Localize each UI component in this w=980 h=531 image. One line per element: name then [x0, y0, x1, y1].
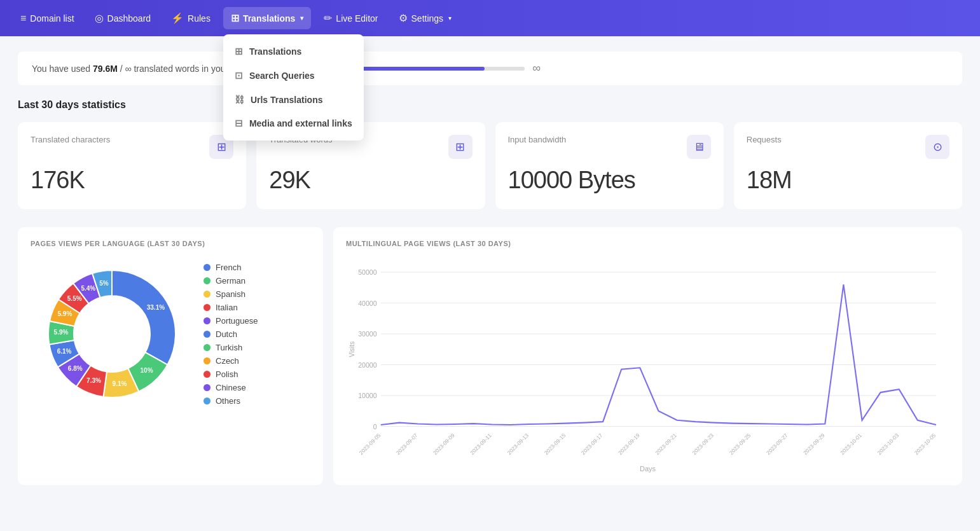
translated-words-icon: ⊞	[455, 140, 465, 154]
stat-translated-chars-label: Translated characters	[31, 135, 110, 144]
nav-rules[interactable]: ⚡ Rules	[163, 7, 218, 29]
nav-domain-list-label: Domain list	[30, 13, 74, 24]
stat-requests-icon-box: ⊙	[925, 135, 949, 159]
svg-text:2023-10-05: 2023-10-05	[913, 432, 937, 456]
svg-text:33.1%: 33.1%	[147, 304, 165, 311]
translations-arrow-icon: ▾	[300, 15, 303, 22]
line-chart-title: MULTILINGUAL PAGE VIEWS (LAST 30 DAYS)	[346, 240, 949, 247]
legend-label: Italian	[216, 303, 238, 312]
nav-live-editor[interactable]: ✏ Live Editor	[316, 7, 385, 29]
svg-text:2023-09-23: 2023-09-23	[691, 432, 715, 456]
requests-icon: ⊙	[933, 140, 942, 154]
nav-settings-label: Settings	[411, 13, 444, 24]
line-chart-container: 01000020000300004000050000Visits2023-09-…	[346, 258, 949, 472]
legend-label: Spanish	[216, 289, 245, 299]
svg-text:7.3%: 7.3%	[86, 377, 101, 384]
nav-settings[interactable]: ⚙ Settings ▾	[391, 7, 460, 29]
legend-label: French	[216, 263, 241, 272]
svg-text:2023-10-03: 2023-10-03	[876, 432, 901, 456]
svg-text:6.8%: 6.8%	[68, 365, 83, 372]
legend-label: Polish	[216, 369, 238, 379]
translated-chars-icon: ⊞	[217, 140, 226, 154]
stats-section-title: Last 30 days statistics	[18, 99, 962, 111]
svg-text:0: 0	[373, 423, 377, 431]
svg-text:5.5%: 5.5%	[67, 295, 82, 302]
stat-requests-value: 18M	[747, 167, 949, 194]
legend-label: Turkish	[216, 343, 242, 352]
legend-dot	[204, 331, 210, 338]
donut-svg: 33.1%10%9.1%7.3%6.8%6.1%5.9%5.9%5.5%5.4%…	[36, 258, 188, 410]
dropdown-translations[interactable]: ⊞ Translations	[223, 39, 364, 64]
plan-separator: /	[120, 64, 123, 74]
legend-item: German	[204, 276, 258, 286]
plan-text: You have used 79.6M / ∞ translated words…	[32, 64, 250, 74]
svg-text:Visits: Visits	[348, 341, 355, 357]
legend-item: French	[204, 263, 258, 272]
stat-input-bandwidth-icon-box: 🖥	[687, 135, 711, 159]
nav-dashboard[interactable]: ◎ Dashboard	[87, 7, 159, 29]
legend-dot	[204, 277, 210, 284]
legend-item: Italian	[204, 303, 258, 312]
stat-translated-words-icon-box: ⊞	[448, 135, 473, 159]
dropdown-urls-translations-label: Urls Translations	[251, 95, 323, 105]
svg-text:2023-09-21: 2023-09-21	[654, 432, 678, 456]
stat-requests-label: Requests	[747, 135, 782, 144]
nav-domain-list[interactable]: ≡ Domain list	[13, 8, 82, 29]
charts-row: PAGES VIEWS PER LANGUAGE (LAST 30 DAYS) …	[18, 227, 962, 485]
donut-container: 33.1%10%9.1%7.3%6.8%6.1%5.9%5.9%5.5%5.4%…	[31, 258, 310, 410]
dropdown-search-queries[interactable]: ⊡ Search Queries	[223, 64, 364, 88]
svg-text:5%: 5%	[99, 280, 109, 287]
legend-dot	[204, 397, 210, 404]
svg-text:2023-09-27: 2023-09-27	[765, 432, 789, 456]
donut-svg-wrap: 33.1%10%9.1%7.3%6.8%6.1%5.9%5.9%5.5%5.4%…	[36, 258, 188, 410]
nav-live-editor-label: Live Editor	[336, 13, 378, 24]
svg-text:5.9%: 5.9%	[54, 329, 69, 336]
dropdown-urls-translations[interactable]: ⛓ Urls Translations	[223, 88, 364, 111]
dropdown-translations-icon: ⊞	[235, 46, 243, 57]
nav-translations[interactable]: ⊞ Translations ▾ ⊞ Translations ⊡ Search…	[223, 7, 311, 29]
svg-text:2023-09-05: 2023-09-05	[358, 432, 382, 456]
legend-item: Dutch	[204, 329, 258, 339]
legend-item: Spanish	[204, 289, 258, 299]
stat-card-requests-header: Requests ⊙	[747, 135, 949, 159]
stat-card-requests: Requests ⊙ 18M	[734, 122, 962, 209]
plan-infinity-icon: ∞	[532, 62, 541, 75]
settings-icon: ⚙	[399, 12, 408, 24]
line-chart-svg: 01000020000300004000050000Visits2023-09-…	[346, 258, 949, 461]
legend-label: Dutch	[216, 329, 237, 339]
svg-text:2023-09-11: 2023-09-11	[469, 432, 493, 456]
plan-text-before: You have used	[32, 64, 90, 74]
legend-label: Chinese	[216, 383, 246, 392]
rules-icon: ⚡	[171, 12, 184, 24]
svg-text:5.4%: 5.4%	[81, 285, 95, 292]
dashboard-icon: ◎	[95, 12, 104, 24]
legend-dot	[204, 344, 210, 351]
svg-text:40000: 40000	[358, 300, 376, 307]
svg-text:2023-09-07: 2023-09-07	[395, 432, 419, 456]
legend-item: Portuguese	[204, 316, 258, 326]
plan-bar: You have used 79.6M / ∞ translated words…	[18, 52, 962, 85]
svg-text:6.1%: 6.1%	[57, 348, 72, 355]
stat-card-translated-chars-header: Translated characters ⊞	[31, 135, 233, 159]
legend-item: Chinese	[204, 383, 258, 392]
legend-item: Czech	[204, 356, 258, 366]
legend-label: Czech	[216, 356, 239, 366]
svg-text:50000: 50000	[358, 268, 376, 276]
svg-text:2023-09-19: 2023-09-19	[617, 432, 641, 456]
legend-item: Polish	[204, 369, 258, 379]
dropdown-media-icon: ⊟	[235, 118, 243, 129]
svg-text:2023-10-01: 2023-10-01	[839, 432, 863, 456]
svg-text:5.9%: 5.9%	[58, 310, 72, 317]
svg-text:30000: 30000	[358, 330, 376, 338]
svg-text:2023-09-29: 2023-09-29	[802, 432, 826, 456]
dropdown-media-external[interactable]: ⊟ Media and external links	[223, 111, 364, 135]
legend-label: Portuguese	[216, 316, 258, 326]
svg-text:2023-09-17: 2023-09-17	[580, 432, 604, 456]
legend-dot	[204, 291, 210, 298]
dropdown-search-icon: ⊡	[235, 70, 243, 81]
dropdown-url-icon: ⛓	[235, 94, 244, 105]
nav-rules-label: Rules	[188, 13, 210, 24]
settings-arrow-icon: ▾	[448, 15, 452, 22]
legend-item: Others	[204, 396, 258, 406]
legend-label: Others	[216, 396, 240, 406]
